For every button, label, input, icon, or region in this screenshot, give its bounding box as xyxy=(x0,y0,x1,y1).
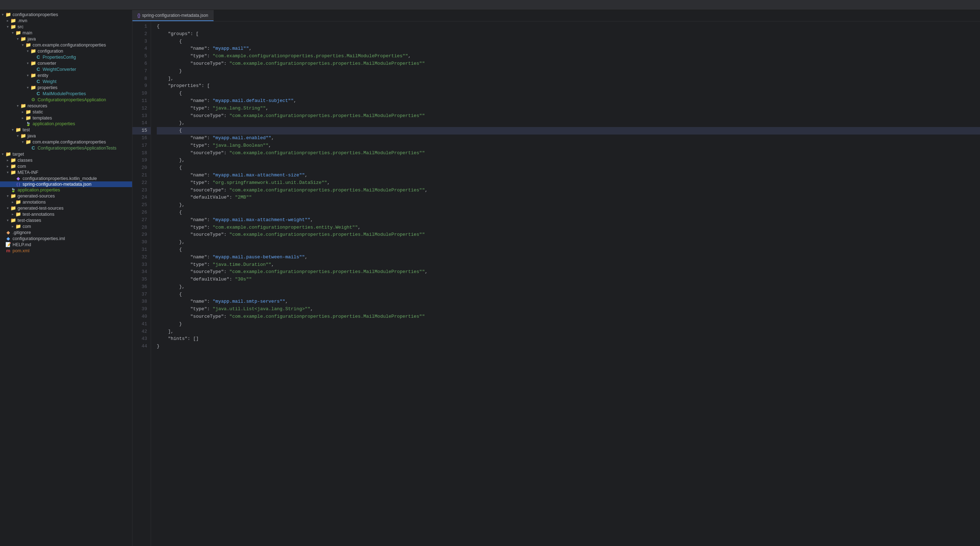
tree-item-label: spring-configuration-metadata.json xyxy=(22,182,91,187)
sidebar-item-META-INF[interactable]: ▾📁META-INF xyxy=(0,169,132,175)
line-number-12: 12 xyxy=(132,105,151,112)
tree-item-label: generated-sources xyxy=(18,194,55,198)
code-line-3: { xyxy=(157,38,980,46)
code-line-37: { xyxy=(157,291,980,298)
sidebar-item-main[interactable]: ▾📁main xyxy=(0,30,132,36)
sidebar-item-test-com-pkg[interactable]: ▾📁com.example.configurationproperties xyxy=(0,139,132,145)
code-line-15: { xyxy=(157,127,980,135)
line-number-10: 10 xyxy=(132,90,151,97)
sidebar-item-generated-test-sources[interactable]: ▾📁generated-test-sources xyxy=(0,205,132,211)
line-number-14: 14 xyxy=(132,119,151,127)
line-number-1: 1 xyxy=(132,23,151,30)
sidebar-item-kotlin_module[interactable]: ◆configurationproperties.kotlin_module xyxy=(0,175,132,181)
tree-item-icon: { } xyxy=(15,183,21,186)
sidebar-item-test-classes[interactable]: ▾📁test-classes xyxy=(0,217,132,223)
tree-item-icon: 📁 xyxy=(25,139,32,144)
sidebar-item-configuration[interactable]: ▾📁configuration xyxy=(0,48,132,54)
sidebar-item-templates[interactable]: ▸📁templates xyxy=(0,115,132,121)
code-line-26: { xyxy=(157,209,980,216)
tree-arrow: ▾ xyxy=(25,61,30,65)
sidebar-item-properties[interactable]: ▾📁properties xyxy=(0,84,132,90)
sidebar-item-root[interactable]: ▾📁configurationproperties xyxy=(0,11,132,17)
line-number-21: 21 xyxy=(132,172,151,179)
tree-item-label: test-classes xyxy=(18,218,41,223)
sidebar-item-application.properties[interactable]: 🍃application.properties xyxy=(0,121,132,127)
tree-item-label: .mvn xyxy=(18,18,27,23)
sidebar-item-mvn[interactable]: ▸📁.mvn xyxy=(0,17,132,24)
sidebar-item-ConfigurationpropertiesApplicationTests[interactable]: CConfigurationpropertiesApplicationTests xyxy=(0,145,132,151)
tree-arrow: ▾ xyxy=(0,152,5,156)
tree-item-label: configuration xyxy=(38,49,64,54)
sidebar-item-PropertiesConfig[interactable]: CPropertiesConfig xyxy=(0,54,132,60)
sidebar-item-iml[interactable]: ◆configurationproperties.iml xyxy=(0,235,132,241)
tree-arrow: ▾ xyxy=(15,37,20,41)
sidebar-item-target[interactable]: ▾📁target xyxy=(0,151,132,157)
sidebar-item-entity[interactable]: ▾📁entity xyxy=(0,72,132,78)
code-line-12: "type": "java.lang.String"", xyxy=(157,105,980,112)
tree-item-label: com xyxy=(18,164,26,169)
sidebar-item-ConfigurationpropertiesApplication[interactable]: ⚙ConfigurationpropertiesApplication xyxy=(0,97,132,103)
tree-item-label: PropertiesConfig xyxy=(43,55,76,60)
sidebar-item-HELP[interactable]: 📝HELP.md xyxy=(0,241,132,248)
tree-item-icon: 📁 xyxy=(10,163,16,169)
code-line-21: "name": "myapp.mail.max-attachment-size"… xyxy=(157,172,980,179)
tree-item-icon: 📁 xyxy=(15,199,21,205)
line-number-19: 19 xyxy=(132,157,151,164)
line-number-3: 3 xyxy=(132,38,151,46)
sidebar-item-pom[interactable]: mpom.xml xyxy=(0,248,132,254)
sidebar-item-application.properties2[interactable]: 🍃application.properties xyxy=(0,187,132,193)
tree-item-label: test-annotations xyxy=(22,212,54,217)
tree-arrow: ▸ xyxy=(5,158,10,162)
sidebar-item-WeightConverter[interactable]: CWeightConverter xyxy=(0,66,132,72)
line-number-15: 15 xyxy=(132,127,151,135)
tree-item-icon: 📁 xyxy=(10,217,16,223)
tree-item-icon: 📁 xyxy=(10,193,16,198)
line-number-34: 34 xyxy=(132,268,151,276)
sidebar-item-static[interactable]: ▸📁static xyxy=(0,109,132,115)
sidebar-item-annotations[interactable]: ▸📁annotations xyxy=(0,199,132,205)
code-line-18: "sourceType": "com.example.configuration… xyxy=(157,149,980,157)
sidebar-item-test-java[interactable]: ▾📁java xyxy=(0,133,132,139)
tree-arrow: ▾ xyxy=(25,86,30,89)
tree-item-icon: 📁 xyxy=(10,205,16,211)
sidebar-item-generated-sources[interactable]: ▾📁generated-sources xyxy=(0,193,132,199)
line-number-4: 4 xyxy=(132,45,151,52)
tree-item-icon: 📁 xyxy=(20,36,27,41)
sidebar-item-java[interactable]: ▾📁java xyxy=(0,36,132,42)
tree-item-label: com xyxy=(22,224,31,229)
sidebar-item-converter[interactable]: ▾📁converter xyxy=(0,60,132,66)
code-line-19: }, xyxy=(157,157,980,164)
tree-item-label: src xyxy=(18,24,24,29)
tree-arrow: ▸ xyxy=(10,224,15,228)
tree-item-label: target xyxy=(13,152,24,157)
sidebar-item-spring-metadata[interactable]: { }spring-configuration-metadata.json xyxy=(0,181,132,187)
code-line-38: "name": "myapp.mail.smtp-servers"", xyxy=(157,298,980,306)
sidebar-item-Weight[interactable]: CWeight xyxy=(0,78,132,84)
tree-item-label: static xyxy=(33,110,43,114)
sidebar-item-test[interactable]: ▾📁test xyxy=(0,127,132,133)
tree-item-icon: 🍃 xyxy=(25,122,32,126)
sidebar-item-gitignore[interactable]: ◆.gitignore xyxy=(0,229,132,235)
sidebar-item-src[interactable]: ▾📁src xyxy=(0,24,132,30)
editor-tab-metadata[interactable]: {}spring-configuration-metadata.json xyxy=(132,10,214,21)
line-number-43: 43 xyxy=(132,335,151,343)
tree-item-icon: 📁 xyxy=(30,48,37,54)
tree-item-label: pom.xml xyxy=(13,248,29,253)
sidebar-item-com-pkg[interactable]: ▾📁com.example.configurationproperties xyxy=(0,42,132,48)
line-number-7: 7 xyxy=(132,68,151,75)
code-line-4: "name": "myapp.mail"", xyxy=(157,45,980,52)
line-number-44: 44 xyxy=(132,343,151,350)
sidebar-item-test-annotations[interactable]: ▸📁test-annotations xyxy=(0,211,132,217)
tree-item-icon: 📁 xyxy=(10,24,16,29)
code-line-27: "name": "myapp.mail.max-attachment-weigh… xyxy=(157,216,980,224)
tree-item-icon: 📁 xyxy=(25,109,32,114)
tree-item-icon: 📁 xyxy=(30,73,37,78)
tree-item-icon: 📁 xyxy=(10,170,16,175)
sidebar-item-com3[interactable]: ▸📁com xyxy=(0,223,132,229)
sidebar-item-resources[interactable]: ▾📁resources xyxy=(0,103,132,109)
sidebar-item-MailModuleProperties[interactable]: CMailModuleProperties xyxy=(0,90,132,97)
sidebar-item-com2[interactable]: ▸📁com xyxy=(0,163,132,169)
tree-arrow: ▾ xyxy=(10,31,15,35)
line-number-9: 9 xyxy=(132,82,151,90)
sidebar-item-classes[interactable]: ▸📁classes xyxy=(0,157,132,163)
